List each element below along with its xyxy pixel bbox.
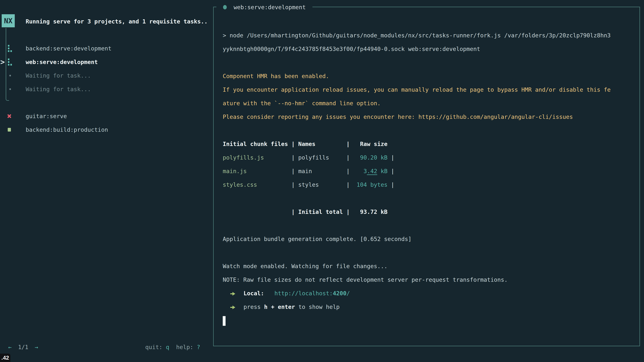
local-label: Local: <box>244 290 264 297</box>
task-sidebar: NX Running serve for 3 projects, and 1 r… <box>0 0 213 362</box>
status-dot-icon <box>223 5 227 9</box>
local-url[interactable]: http://localhost:4200/ <box>274 290 350 297</box>
task-row-web-serve[interactable]: web:serve:development <box>0 55 210 69</box>
pager-page-indicator: 1/1 <box>18 344 28 351</box>
cursor-block <box>223 316 226 326</box>
terminal-output: > node /Users/mhartington/Github/guitars… <box>223 29 630 327</box>
watch-mode-line: Watch mode enabled. Watching for file ch… <box>223 259 630 273</box>
success-square-icon <box>8 128 11 132</box>
overlay-badge: .42 <box>0 354 10 362</box>
search-match-highlight: .42 <box>367 168 377 174</box>
task-row-guitar-serve[interactable]: guitar:serve <box>0 109 210 123</box>
spinner-icon <box>8 45 12 52</box>
task-label: guitar:serve <box>26 113 67 119</box>
task-label: backend:serve:development <box>26 45 112 52</box>
chunk-row-main: main.js | main | 3.42 kB | <box>223 164 630 178</box>
chunk-total-row: | Initial total | 93.72 kB <box>223 205 630 219</box>
task-row-backend-build[interactable]: backend:build:production <box>0 123 210 136</box>
task-label: Waiting for task... <box>26 72 91 79</box>
task-row-backend-serve[interactable]: backend:serve:development <box>0 41 210 55</box>
waiting-dot-icon <box>10 75 11 76</box>
arrow-right-icon <box>230 305 236 310</box>
nx-logo: NX <box>2 14 15 27</box>
help-keys: h + enter <box>264 304 295 310</box>
help-label: help: <box>176 344 193 351</box>
keyboard-hints: quit: q help: ? <box>145 340 200 354</box>
bundle-complete-line: Application bundle generation complete. … <box>223 232 630 246</box>
note-line: NOTE: Raw file sizes do not reflect deve… <box>223 273 630 287</box>
help-key: ? <box>197 344 200 351</box>
waiting-dot-icon <box>10 88 11 90</box>
panel-title: web:serve:development <box>216 3 312 11</box>
task-row-waiting-2[interactable]: Waiting for task... <box>0 82 210 96</box>
chunk-row-polyfills: polyfills.js | polyfills | 90.20 kB | <box>223 151 630 164</box>
overlay-badge-text: .42 <box>1 355 9 361</box>
hmr-warning-line-2: ature with the `--no-hmr` command line o… <box>223 96 630 110</box>
task-label: backend:build:production <box>26 126 108 133</box>
task-label: Waiting for task... <box>26 86 91 92</box>
cmd-line-1: > node /Users/mhartington/Github/guitars… <box>223 29 630 42</box>
help-hint-line: press h + enter to show help <box>223 300 630 314</box>
output-panel: web:serve:development > node /Users/mhar… <box>213 7 640 346</box>
cmd-line-2: yyknnbtgh0000gn/T/9f4c243785f8453e3f00/f… <box>223 42 630 56</box>
hmr-report-line: Please consider reporting any issues you… <box>223 110 630 124</box>
terminal-screen: NX Running serve for 3 projects, and 1 r… <box>0 0 644 362</box>
spinner-icon <box>8 58 12 65</box>
panel-title-text: web:serve:development <box>234 4 306 10</box>
hmr-enabled-line: Component HMR has been enabled. <box>223 69 630 83</box>
local-url-line: Local: http://localhost:4200/ <box>223 287 630 300</box>
pager-right-arrow-icon[interactable]: → <box>35 344 38 351</box>
pager: ← 1/1 → <box>8 340 38 354</box>
pager-left-arrow-icon[interactable]: ← <box>8 344 12 351</box>
task-row-waiting-1[interactable]: Waiting for task... <box>0 69 210 82</box>
chunk-table-header: Initial chunk files | Names | Raw size <box>223 137 630 151</box>
hmr-warning-line-1: If you encounter application reload issu… <box>223 83 630 96</box>
task-label-selected: web:serve:development <box>26 59 98 65</box>
arrow-right-icon <box>230 292 236 296</box>
quit-label: quit: <box>145 344 162 351</box>
cursor-line <box>223 314 630 327</box>
quit-key: q <box>166 344 169 351</box>
chunk-row-styles: styles.css | styles | 104 bytes | <box>223 178 630 192</box>
sidebar-title: Running serve for 3 projects, and 1 requ… <box>26 14 208 28</box>
failed-x-icon <box>7 114 12 118</box>
